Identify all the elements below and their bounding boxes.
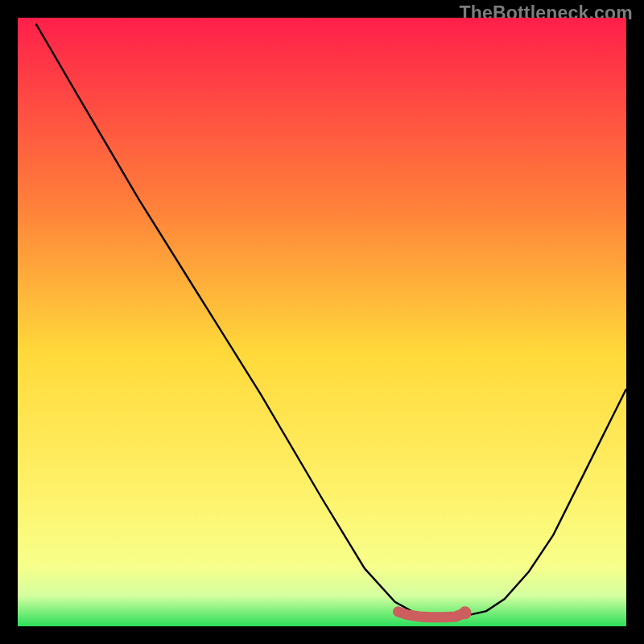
gradient-background: [18, 18, 626, 626]
chart-stage: TheBottleneck.com: [0, 0, 644, 644]
chart-plot: [18, 18, 626, 626]
minimum-end-dot: [459, 606, 472, 619]
minimum-band-line: [398, 612, 465, 617]
